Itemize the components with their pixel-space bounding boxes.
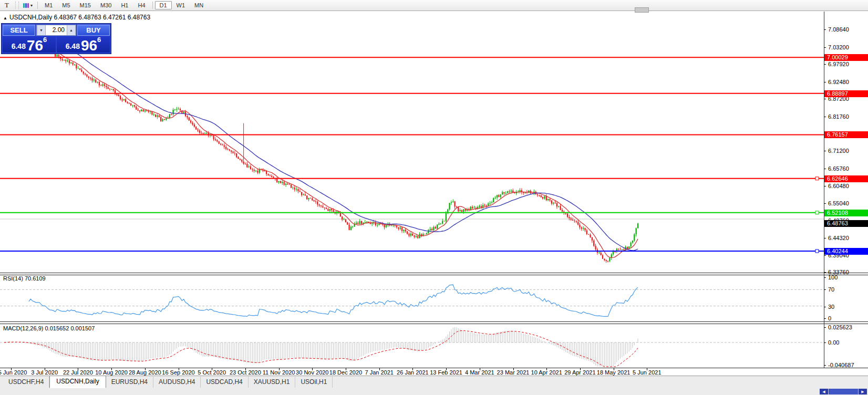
scroll-left-icon[interactable]: ◀ [820, 389, 828, 394]
date-axis-tick [480, 368, 480, 370]
buy-price-big: 96 [81, 39, 97, 52]
date-axis-tick [279, 368, 280, 370]
volume-value[interactable]: 2.00 [46, 25, 67, 35]
toolbar-separator [37, 2, 38, 9]
price-level-badge: 6.48763 [824, 220, 868, 227]
date-axis-tick [312, 368, 313, 370]
timeframe-button-d1[interactable]: D1 [155, 1, 172, 9]
price-level-badge: 6.40244 [824, 248, 868, 255]
date-axis-tick [647, 368, 647, 370]
price-tick-label: 7.03200 [828, 44, 849, 50]
date-axis-tick [346, 368, 346, 370]
chart-ohlc-readout: USDCNH,Daily 6.48367 6.48763 6.47261 6.4… [9, 14, 150, 21]
timeframe-button-h4[interactable]: H4 [133, 1, 150, 9]
one-click-trade-panel: SELL ▼ 2.00 ▲ BUY 6.48 76 6 6.48 96 6 [1, 23, 111, 54]
chart-tab-usdchf[interactable]: USDCHF,H4 [3, 377, 49, 388]
timeframe-button-m5[interactable]: M5 [57, 1, 75, 9]
chart-tab-usoil[interactable]: USOil,H1 [295, 377, 333, 388]
chart-tab-eurusd[interactable]: EURUSD,H4 [106, 377, 153, 388]
timeframe-button-m30[interactable]: M30 [96, 1, 116, 9]
sell-price-pip: 6 [43, 37, 47, 43]
macd-tick-label: 0.025623 [828, 324, 852, 330]
status-bar: ◀ ▶ [0, 388, 868, 395]
chart-tab-audusd[interactable]: AUDUSD,H4 [153, 377, 201, 388]
chart-tab-usdcnh[interactable]: USDCNH,Daily [49, 376, 106, 388]
price-tick-mark [824, 238, 826, 238]
scroll-right-icon[interactable]: ▶ [859, 389, 867, 394]
rsi-tick-label: 70 [828, 286, 834, 293]
price-tick-label: 6.97920 [828, 61, 849, 67]
date-axis-tick [245, 368, 246, 370]
price-level-badge: 7.00029 [824, 54, 868, 61]
crayon-icon [25, 3, 27, 8]
buy-price[interactable]: 6.48 96 6 [57, 37, 110, 53]
price-tick-mark [824, 117, 826, 117]
pane-separator[interactable] [0, 321, 868, 322]
bottom-scrollbar-thumb[interactable] [829, 389, 858, 394]
buy-price-pip: 6 [97, 37, 101, 43]
rsi-tick-label: 0 [828, 315, 831, 321]
rsi-tick-mark [824, 307, 826, 307]
price-tick-mark [824, 186, 826, 186]
price-level-badge: 6.52108 [824, 210, 868, 216]
price-tick-mark [824, 64, 826, 65]
timeframe-button-group: M1M5M15M30H1H4D1W1MN [40, 1, 208, 9]
timeframe-button-w1[interactable]: W1 [172, 1, 190, 9]
timeframe-button-h1[interactable]: H1 [116, 1, 133, 9]
pane-separator[interactable] [0, 273, 868, 273]
macd-tick-mark [824, 342, 826, 343]
timeframe-button-m15[interactable]: M15 [75, 1, 96, 9]
bottom-scrollbar: ◀ ▶ [820, 389, 867, 394]
price-tick-mark [824, 29, 826, 30]
chart-collapse-icon[interactable]: ▲ [3, 16, 7, 20]
price-tick-mark [824, 99, 826, 99]
chart-tab-usdcad[interactable]: USDCAD,H4 [201, 377, 248, 388]
volume-stepper: ▼ 2.00 ▲ [36, 25, 76, 36]
rsi-tick-mark [824, 289, 826, 290]
chart-scrollbar-thumb[interactable] [635, 7, 649, 13]
date-axis-label: 15 Jun 2020 [0, 369, 27, 376]
timeframe-button-mn[interactable]: MN [190, 1, 208, 9]
date-axis-tick [446, 368, 447, 370]
rsi-tick-mark [824, 318, 826, 319]
rsi-tick-label: 30 [828, 304, 834, 310]
date-axis-tick [78, 368, 78, 370]
date-axis-tick [111, 368, 112, 370]
chevron-down-icon: ▾ [30, 3, 33, 8]
sell-button[interactable]: SELL [3, 25, 35, 36]
date-axis-tick [145, 368, 146, 370]
toolbar-grip [15, 2, 19, 9]
price-tick-mark [824, 169, 826, 169]
date-axis-tick [212, 368, 212, 370]
rsi-tick-label: 100 [828, 274, 838, 280]
macd-label: MACD(12,26,9) 0.015652 0.001507 [3, 325, 95, 331]
buy-button[interactable]: BUY [77, 25, 110, 36]
price-tick-mark [824, 82, 826, 82]
rsi-tick-mark [824, 277, 826, 278]
price-tick-label: 6.60480 [828, 183, 849, 189]
price-tick-label: 7.08640 [828, 26, 849, 33]
crayon-icon [27, 3, 29, 8]
volume-increase-button[interactable]: ▲ [67, 25, 76, 35]
price-level-badge: 6.76157 [824, 131, 868, 138]
sell-price[interactable]: 6.48 76 6 [3, 37, 56, 53]
macd-tick-label: -0.040687 [828, 362, 854, 368]
price-tick-mark [824, 203, 826, 204]
sell-price-prefix: 6.48 [12, 42, 26, 50]
volume-decrease-button[interactable]: ▼ [37, 25, 46, 35]
price-tick-label: 6.44320 [828, 235, 849, 241]
timeframe-button-m1[interactable]: M1 [40, 1, 57, 9]
price-tick-label: 6.92480 [828, 79, 849, 85]
date-axis-tick [546, 368, 547, 370]
drawing-tools-button[interactable]: ▾ [21, 1, 35, 10]
price-tick-label: 6.65760 [828, 165, 849, 172]
date-axis-tick [379, 368, 380, 370]
rsi-label: RSI(14) 70.6109 [3, 275, 46, 282]
chart-tab-xauusd[interactable]: XAUUSD,H1 [249, 377, 296, 388]
sell-price-big: 76 [27, 39, 43, 52]
price-chart[interactable] [0, 0, 868, 395]
buy-price-prefix: 6.48 [66, 42, 80, 50]
text-tool-button[interactable]: T [1, 1, 13, 10]
price-tick-label: 6.81760 [828, 113, 849, 120]
date-axis-tick [11, 368, 12, 370]
